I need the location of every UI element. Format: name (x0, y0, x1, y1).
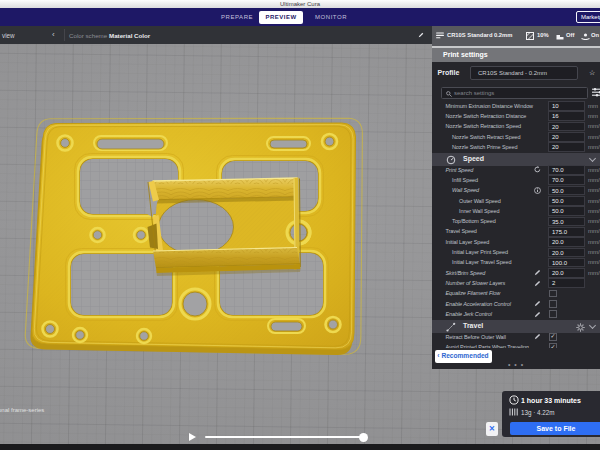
chevron-down-icon[interactable] (590, 323, 597, 330)
setting-row[interactable]: Nozzle Switch Retract Speed20mm/s (432, 132, 600, 142)
summary-profile: CR10S Standard 0.2mm (447, 32, 512, 38)
gear-icon[interactable] (576, 323, 583, 330)
color-scheme-label: Color scheme (69, 32, 107, 39)
path-slider-knob[interactable] (359, 433, 368, 442)
setting-value-field[interactable]: 50.0 (548, 206, 585, 216)
profile-dropdown[interactable]: CR10S Standard - 0.2mm (470, 66, 578, 80)
filter-menu-icon[interactable] (592, 88, 600, 97)
setting-row[interactable]: Enable Jerk Control (432, 309, 600, 319)
setting-row[interactable]: Skirt/Brim Speed20.0mm/s (432, 268, 600, 278)
pencil-icon[interactable] (534, 311, 542, 319)
setting-checkbox[interactable]: ✓ (549, 343, 557, 348)
chevron-down-icon[interactable] (590, 156, 597, 163)
travel-icon (446, 322, 456, 332)
setting-value-field[interactable]: 20 (548, 122, 585, 132)
setting-value-field[interactable]: 50.0 (548, 196, 585, 206)
close-estimate-button[interactable]: ✕ (486, 422, 498, 436)
save-to-file-button[interactable]: Save to File (510, 422, 600, 435)
setting-row[interactable]: Inner Wall Speed50.0mm/s (432, 206, 600, 216)
setting-value-field[interactable]: 100.0 (548, 258, 585, 268)
speed-icon (446, 155, 456, 165)
info-icon[interactable] (534, 187, 542, 195)
setting-value-field[interactable]: 70.0 (548, 175, 585, 185)
setting-checkbox[interactable] (549, 310, 557, 318)
estimate-material: 13g · 4.22m (521, 409, 555, 416)
setting-value-field[interactable]: 50.0 (548, 186, 585, 196)
setting-row[interactable]: Nozzle Switch Retraction Speed20mm/s (432, 121, 600, 131)
setting-row[interactable]: Infill Speed70.0mm/s (432, 175, 600, 185)
setting-value-field[interactable]: 35.0 (548, 217, 585, 227)
pencil-icon[interactable] (534, 269, 542, 277)
setting-row[interactable]: Equalize Filament Flow (432, 288, 600, 298)
view-mode-label[interactable]: view (2, 32, 15, 39)
bottom-strip (0, 444, 600, 450)
panel-header[interactable]: Print settings (432, 48, 600, 62)
setting-row[interactable]: Avoid Printed Parts When Traveling✓ (432, 342, 600, 348)
pencil-icon[interactable] (534, 333, 542, 341)
pencil-icon[interactable] (534, 300, 542, 308)
setting-row[interactable]: Nozzle Switch Retraction Distance16mm (432, 111, 600, 121)
setting-row[interactable]: Initial Layer Print Speed20.0mm/s (432, 247, 600, 257)
summary-infill: 10% (537, 32, 549, 38)
profile-label: Profile (438, 69, 460, 76)
view-toolbar: view ‹ Color scheme Material Color (0, 26, 432, 44)
infill-icon (526, 32, 534, 40)
setting-row[interactable]: Enable Acceleration Control (432, 299, 600, 309)
settings-rows: Minimum Extrusion Distance Window10mmNoz… (432, 100, 600, 348)
setting-value-field[interactable]: 20 (548, 142, 585, 152)
search-icon (446, 91, 452, 97)
window-title: Ultimaker Cura (0, 1, 600, 7)
setting-value-field[interactable]: 20 (548, 132, 585, 142)
setting-row[interactable]: Initial Layer Travel Speed100.0mm/s (432, 258, 600, 268)
setting-row[interactable]: Nozzle Switch Prime Speed20mm/s (432, 142, 600, 152)
setting-value-field[interactable]: 175.0 (548, 227, 585, 237)
collapse-chevron-icon[interactable]: ‹ (52, 31, 60, 39)
path-slider-track[interactable] (205, 436, 364, 438)
setting-row[interactable]: Outer Wall Speed50.0mm/s (432, 196, 600, 206)
filament-spool-icon (509, 408, 520, 416)
play-button[interactable] (189, 433, 196, 441)
setting-value-field[interactable]: 2 (548, 278, 585, 288)
setting-value-field[interactable]: 20.0 (548, 248, 585, 258)
setting-row[interactable]: Travel Speed175.0mm/s (432, 227, 600, 237)
setting-row[interactable]: Wall Speed50.0mm/s (432, 185, 600, 195)
search-placeholder: search settings (454, 90, 494, 96)
adhesion-icon (581, 32, 590, 40)
summary-adhesion: On (591, 32, 599, 38)
setting-row[interactable]: Minimum Extrusion Distance Window10mm (432, 101, 600, 111)
setting-value-field[interactable]: 70.0 (548, 165, 585, 175)
setting-checkbox[interactable] (549, 290, 557, 298)
pencil-icon[interactable] (534, 280, 542, 288)
setting-value-field[interactable]: 20.0 (548, 268, 585, 278)
setting-row[interactable]: Initial Layer Speed20.0mm/s (432, 237, 600, 247)
toolbar-divider (64, 29, 65, 41)
setting-checkbox[interactable] (549, 300, 557, 308)
clock-icon (509, 395, 519, 405)
marketplace-button[interactable]: Marketplace (576, 11, 600, 23)
setting-value-field[interactable]: 16 (548, 111, 585, 121)
setting-checkbox[interactable]: ✓ (549, 333, 557, 341)
setting-value-field[interactable]: 20.0 (548, 237, 585, 247)
estimate-time: 1 hour 33 minutes (521, 397, 581, 404)
color-scheme-dropdown[interactable]: Material Color (109, 32, 150, 39)
support-icon (556, 32, 564, 40)
print-settings-panel: Print settings Profile CR10S Standard - … (432, 48, 600, 369)
tab-monitor[interactable]: MONITOR (315, 8, 347, 26)
setting-value-field[interactable]: 10 (548, 101, 585, 111)
setting-row[interactable]: Number of Slower Layers2 (432, 278, 600, 288)
setting-row[interactable]: Retract Before Outer Wall✓ (432, 332, 600, 342)
panel-resize-handle[interactable]: • • • (432, 361, 600, 368)
print-estimate-box: 1 hour 33 minutes 13g · 4.22m Save to Fi… (502, 391, 600, 437)
layer-height-icon (436, 32, 444, 39)
setting-row[interactable]: Top/Bottom Speed35.0mm/s (432, 216, 600, 226)
edit-pencil-icon[interactable] (418, 32, 424, 38)
tab-prepare[interactable]: PREPARE (221, 8, 253, 26)
tab-preview[interactable]: PREVIEW (259, 11, 303, 24)
summary-support: Off (566, 32, 574, 38)
print-setup-summary-bar[interactable]: CR10S Standard 0.2mm 10% Off On (432, 26, 600, 48)
favorite-star-icon[interactable]: ☆ (589, 69, 595, 77)
reset-icon[interactable] (534, 166, 542, 174)
model-name-label: onal frame-series (0, 407, 44, 413)
search-settings-box[interactable]: search settings (441, 87, 588, 100)
setting-row[interactable]: Print Speed70.0mm/s (432, 165, 600, 175)
